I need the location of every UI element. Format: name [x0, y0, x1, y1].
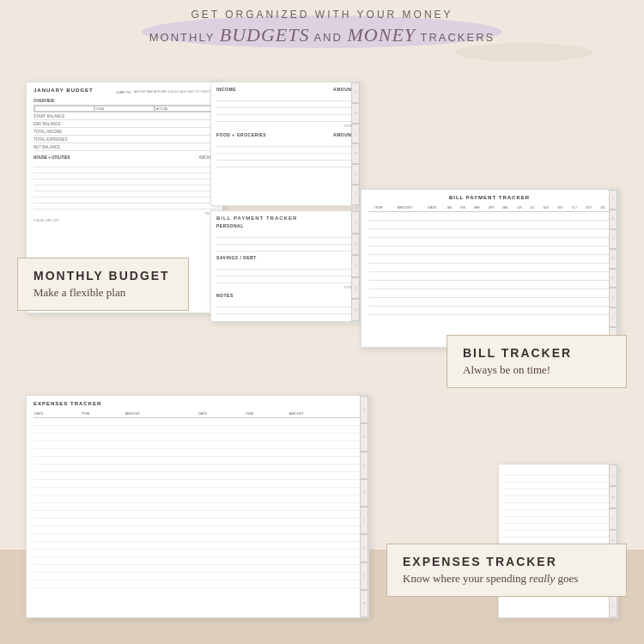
expenses-tracker-card: EXPENSES TRACKER DATE ITEM AMOUNT DATE I…: [26, 395, 369, 618]
expenses-table-row: [33, 542, 361, 550]
budget-row: START BALANCE: [33, 112, 216, 120]
bill-card-side-tabs: A B C D E F G H: [609, 190, 617, 347]
budget-rows: START BALANCEEND BALANCETOTAL INCOMETOTA…: [33, 112, 216, 151]
expenses-table-row: [33, 573, 361, 580]
bill-table-row: [368, 246, 611, 255]
expenses-table: DATE ITEM AMOUNT DATE ITEM AMOUNT: [33, 410, 361, 588]
overview-grid: GOAL ACTUAL: [33, 105, 216, 112]
expenses-table-row: [33, 519, 361, 526]
house-lines: [33, 161, 216, 210]
header-money: money: [348, 24, 416, 46]
monthly-budget-label-box: MONTHLY BUDGET Make a flexible plan: [17, 258, 189, 311]
monthly-label-title: MONTHLY BUDGET: [33, 269, 173, 283]
goal-cell: GOAL: [94, 106, 155, 112]
expenses-table-row: [33, 534, 361, 542]
bill-tracker-card: BILL PAYMENT TRACKER ITEM AMOUNT DATE JA…: [361, 189, 618, 348]
header-budgets: budgets: [220, 24, 310, 46]
expenses-table-row: [33, 550, 361, 557]
bill-tracker-label-box: BILL TRACKER Always be on time!: [447, 335, 627, 388]
actual-cell: ACTUAL: [155, 106, 215, 112]
bill-label-sub: Always be on time!: [463, 363, 611, 377]
expenses-card-side-tabs: A B C D E F G H: [360, 396, 368, 617]
bill-table-row: [368, 289, 611, 298]
expenses-table-row: [33, 472, 361, 480]
budget-row: TOTAL EXPENSES: [33, 136, 216, 143]
monthly-label-sub: Make a flexible plan: [33, 286, 173, 300]
bill-table-row: [368, 221, 611, 229]
page-header: GET ORGANIZED WITH YOUR MONEY MONTHLY bu…: [0, 9, 644, 46]
overview-label: OVERVIEW: [33, 99, 216, 103]
expenses-table-row: [33, 557, 361, 565]
expenses-table-row: [33, 426, 361, 434]
expenses-label-sub: Know where your spending really goes: [403, 572, 611, 586]
bill-table-row: [368, 229, 611, 238]
bill-table-row: [368, 281, 611, 289]
bill-table-row: [368, 272, 611, 281]
bill-label-title: BILL TRACKER: [463, 346, 611, 360]
income-card: INCOME AMOUNT TOTAL FOOD + GROCERIES AMO…: [210, 82, 361, 206]
expenses-label-title: EXPENSES TRACKER: [403, 555, 611, 568]
expenses-table-row: [33, 580, 361, 588]
expenses-tracker-label-box: EXPENSES TRACKER Know where your spendin…: [386, 544, 627, 597]
jump-to: JUMP TO: JAN FEB MAR APR MAY JUN JUL AUG…: [116, 90, 216, 94]
expenses-table-row: [33, 488, 361, 495]
expenses-table-row: [33, 511, 361, 519]
header-monthly: MONTHLY: [149, 31, 215, 44]
bill-table: ITEM AMOUNT DATE JAN FEB MAR APR MAY JUN…: [368, 204, 611, 315]
personal-card-tabs: A B C D E: [351, 211, 360, 321]
expenses-table-row: [33, 449, 361, 457]
house-label: HOUSE + UTILITIES: [33, 155, 70, 160]
bill-payment-tracker-title: BILL PAYMENT TRACKER: [216, 216, 355, 221]
bill-table-row: [368, 212, 611, 221]
income-card-tabs: A B C D E F: [351, 82, 360, 205]
header-trackers: TRACKERS: [420, 31, 495, 44]
expenses-table-row: [33, 465, 361, 472]
budget-card-title: JANUARY BUDGET: [33, 88, 94, 93]
expenses-card-title: EXPENSES TRACKER: [33, 401, 361, 406]
expenses-table-row: [33, 565, 361, 573]
expenses-table-row: [33, 503, 361, 511]
expenses-table-row: [33, 526, 361, 534]
header-line2: MONTHLY budgets AND money TRACKERS: [0, 24, 644, 46]
header-and: AND: [313, 31, 342, 44]
expenses-table-row: [33, 457, 361, 465]
budget-row: NET BALANCE: [33, 143, 216, 151]
header-line1: GET ORGANIZED WITH YOUR MONEY: [0, 9, 644, 21]
expenses-table-row: [33, 480, 361, 488]
expenses-table-row: [33, 434, 361, 441]
expenses-table-row: [33, 495, 361, 503]
bill-table-row: [368, 255, 611, 264]
budget-row: END BALANCE: [33, 120, 216, 128]
expenses-table-row: [33, 418, 361, 426]
bill-table-row: [368, 264, 611, 272]
budget-row: TOTAL INCOME: [33, 128, 216, 136]
personal-card: BILL PAYMENT TRACKER PERSONAL SAVINGS / …: [210, 210, 361, 322]
bill-card-title: BILL PAYMENT TRACKER: [368, 195, 611, 200]
expenses-table-row: [33, 441, 361, 449]
bill-table-row: [368, 298, 611, 307]
budget-footer: © BLUE CAT LOFT: [33, 219, 216, 222]
bill-table-row: [368, 307, 611, 315]
bill-table-row: [368, 238, 611, 246]
